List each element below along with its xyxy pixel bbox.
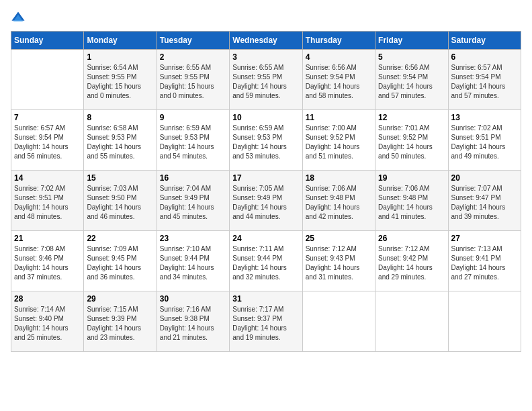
day-number: 26 xyxy=(378,234,445,243)
calendar-cell: 27Sunrise: 7:13 AM Sunset: 9:41 PM Dayli… xyxy=(448,231,521,291)
day-info: Sunrise: 7:14 AM Sunset: 9:40 PM Dayligh… xyxy=(14,305,81,342)
day-info: Sunrise: 6:57 AM Sunset: 9:54 PM Dayligh… xyxy=(451,63,518,101)
day-number: 24 xyxy=(232,234,299,243)
day-of-week-header: Tuesday xyxy=(157,32,229,50)
calendar-cell: 23Sunrise: 7:10 AM Sunset: 9:44 PM Dayli… xyxy=(157,231,229,291)
calendar-cell: 2Sunrise: 6:55 AM Sunset: 9:55 PM Daylig… xyxy=(157,50,229,110)
calendar-cell: 30Sunrise: 7:16 AM Sunset: 9:38 PM Dayli… xyxy=(157,291,229,352)
day-number: 16 xyxy=(160,173,226,183)
day-number: 20 xyxy=(451,173,518,183)
day-info: Sunrise: 7:05 AM Sunset: 9:49 PM Dayligh… xyxy=(232,184,299,222)
calendar-cell: 17Sunrise: 7:05 AM Sunset: 9:49 PM Dayli… xyxy=(230,171,302,231)
calendar-week-row: 1Sunrise: 6:54 AM Sunset: 9:55 PM Daylig… xyxy=(11,50,521,110)
day-number: 9 xyxy=(160,113,226,122)
day-info: Sunrise: 7:07 AM Sunset: 9:47 PM Dayligh… xyxy=(451,184,518,222)
calendar-cell: 5Sunrise: 6:56 AM Sunset: 9:54 PM Daylig… xyxy=(375,50,448,110)
calendar-cell: 25Sunrise: 7:12 AM Sunset: 9:43 PM Dayli… xyxy=(302,231,375,291)
day-info: Sunrise: 6:57 AM Sunset: 9:54 PM Dayligh… xyxy=(14,124,81,161)
day-number: 12 xyxy=(378,113,445,122)
day-info: Sunrise: 6:55 AM Sunset: 9:55 PM Dayligh… xyxy=(232,63,299,101)
day-info: Sunrise: 6:56 AM Sunset: 9:54 PM Dayligh… xyxy=(378,63,445,101)
calendar-cell: 4Sunrise: 6:56 AM Sunset: 9:54 PM Daylig… xyxy=(302,50,375,110)
day-info: Sunrise: 7:12 AM Sunset: 9:42 PM Dayligh… xyxy=(378,244,445,282)
calendar-cell: 16Sunrise: 7:04 AM Sunset: 9:49 PM Dayli… xyxy=(157,171,229,231)
day-number: 25 xyxy=(306,234,372,243)
day-info: Sunrise: 7:17 AM Sunset: 9:37 PM Dayligh… xyxy=(232,305,299,342)
day-number: 21 xyxy=(14,234,81,243)
calendar-cell: 26Sunrise: 7:12 AM Sunset: 9:42 PM Dayli… xyxy=(375,231,448,291)
calendar-table: SundayMondayTuesdayWednesdayThursdayFrid… xyxy=(11,31,521,352)
day-info: Sunrise: 7:11 AM Sunset: 9:44 PM Dayligh… xyxy=(232,244,299,282)
calendar-cell xyxy=(302,291,375,352)
calendar-cell: 19Sunrise: 7:06 AM Sunset: 9:48 PM Dayli… xyxy=(375,171,448,231)
day-of-week-header: Monday xyxy=(84,32,157,50)
day-number: 15 xyxy=(87,173,153,183)
calendar-cell xyxy=(375,291,448,352)
day-number: 7 xyxy=(14,113,81,122)
day-number: 6 xyxy=(451,52,518,62)
day-number: 1 xyxy=(87,52,153,62)
day-number: 14 xyxy=(14,173,81,183)
day-info: Sunrise: 6:59 AM Sunset: 9:53 PM Dayligh… xyxy=(232,124,299,161)
logo xyxy=(11,11,27,26)
calendar-cell: 1Sunrise: 6:54 AM Sunset: 9:55 PM Daylig… xyxy=(84,50,157,110)
day-number: 8 xyxy=(87,113,153,122)
day-number: 4 xyxy=(306,52,372,62)
day-number: 10 xyxy=(232,113,299,122)
day-info: Sunrise: 6:56 AM Sunset: 9:54 PM Dayligh… xyxy=(306,63,372,101)
day-number: 30 xyxy=(160,294,226,304)
day-info: Sunrise: 7:04 AM Sunset: 9:49 PM Dayligh… xyxy=(160,184,226,222)
day-number: 18 xyxy=(306,173,372,183)
day-of-week-header: Saturday xyxy=(448,32,521,50)
day-info: Sunrise: 7:01 AM Sunset: 9:52 PM Dayligh… xyxy=(378,124,445,161)
day-info: Sunrise: 7:10 AM Sunset: 9:44 PM Dayligh… xyxy=(160,244,226,282)
day-number: 27 xyxy=(451,234,518,243)
day-number: 5 xyxy=(378,52,445,62)
calendar-cell: 8Sunrise: 6:58 AM Sunset: 9:53 PM Daylig… xyxy=(84,110,157,171)
day-info: Sunrise: 7:09 AM Sunset: 9:45 PM Dayligh… xyxy=(87,244,153,282)
day-of-week-header: Wednesday xyxy=(230,32,302,50)
calendar-cell: 7Sunrise: 6:57 AM Sunset: 9:54 PM Daylig… xyxy=(11,110,84,171)
calendar-cell: 9Sunrise: 6:59 AM Sunset: 9:53 PM Daylig… xyxy=(157,110,229,171)
day-info: Sunrise: 6:59 AM Sunset: 9:53 PM Dayligh… xyxy=(160,124,226,161)
calendar-cell: 22Sunrise: 7:09 AM Sunset: 9:45 PM Dayli… xyxy=(84,231,157,291)
day-number: 13 xyxy=(451,113,518,122)
calendar-week-row: 14Sunrise: 7:02 AM Sunset: 9:51 PM Dayli… xyxy=(11,171,521,231)
day-of-week-header: Friday xyxy=(375,32,448,50)
day-info: Sunrise: 7:16 AM Sunset: 9:38 PM Dayligh… xyxy=(160,305,226,342)
calendar-cell: 28Sunrise: 7:14 AM Sunset: 9:40 PM Dayli… xyxy=(11,291,84,352)
day-info: Sunrise: 6:55 AM Sunset: 9:55 PM Dayligh… xyxy=(160,63,226,101)
page-header xyxy=(11,11,521,26)
day-number: 29 xyxy=(87,294,153,304)
day-info: Sunrise: 6:54 AM Sunset: 9:55 PM Dayligh… xyxy=(87,63,153,101)
day-info: Sunrise: 7:12 AM Sunset: 9:43 PM Dayligh… xyxy=(306,244,372,282)
calendar-cell: 6Sunrise: 6:57 AM Sunset: 9:54 PM Daylig… xyxy=(448,50,521,110)
day-number: 19 xyxy=(378,173,445,183)
day-number: 31 xyxy=(232,294,299,304)
calendar-cell xyxy=(448,291,521,352)
day-info: Sunrise: 6:58 AM Sunset: 9:53 PM Dayligh… xyxy=(87,124,153,161)
day-info: Sunrise: 7:02 AM Sunset: 9:51 PM Dayligh… xyxy=(14,184,81,222)
calendar-cell: 29Sunrise: 7:15 AM Sunset: 9:39 PM Dayli… xyxy=(84,291,157,352)
calendar-cell: 24Sunrise: 7:11 AM Sunset: 9:44 PM Dayli… xyxy=(230,231,302,291)
day-info: Sunrise: 7:15 AM Sunset: 9:39 PM Dayligh… xyxy=(87,305,153,342)
day-info: Sunrise: 7:13 AM Sunset: 9:41 PM Dayligh… xyxy=(451,244,518,282)
calendar-cell: 18Sunrise: 7:06 AM Sunset: 9:48 PM Dayli… xyxy=(302,171,375,231)
calendar-cell: 10Sunrise: 6:59 AM Sunset: 9:53 PM Dayli… xyxy=(230,110,302,171)
day-number: 28 xyxy=(14,294,81,304)
day-info: Sunrise: 7:00 AM Sunset: 9:52 PM Dayligh… xyxy=(306,124,372,161)
day-number: 22 xyxy=(87,234,153,243)
day-info: Sunrise: 7:06 AM Sunset: 9:48 PM Dayligh… xyxy=(306,184,372,222)
calendar-cell: 3Sunrise: 6:55 AM Sunset: 9:55 PM Daylig… xyxy=(230,50,302,110)
calendar-week-row: 7Sunrise: 6:57 AM Sunset: 9:54 PM Daylig… xyxy=(11,110,521,171)
calendar-cell: 21Sunrise: 7:08 AM Sunset: 9:46 PM Dayli… xyxy=(11,231,84,291)
day-number: 2 xyxy=(160,52,226,62)
day-number: 3 xyxy=(232,52,299,62)
calendar-cell: 14Sunrise: 7:02 AM Sunset: 9:51 PM Dayli… xyxy=(11,171,84,231)
day-info: Sunrise: 7:08 AM Sunset: 9:46 PM Dayligh… xyxy=(14,244,81,282)
calendar-cell: 20Sunrise: 7:07 AM Sunset: 9:47 PM Dayli… xyxy=(448,171,521,231)
day-number: 17 xyxy=(232,173,299,183)
calendar-cell: 15Sunrise: 7:03 AM Sunset: 9:50 PM Dayli… xyxy=(84,171,157,231)
logo-icon xyxy=(11,11,26,26)
calendar-cell: 12Sunrise: 7:01 AM Sunset: 9:52 PM Dayli… xyxy=(375,110,448,171)
